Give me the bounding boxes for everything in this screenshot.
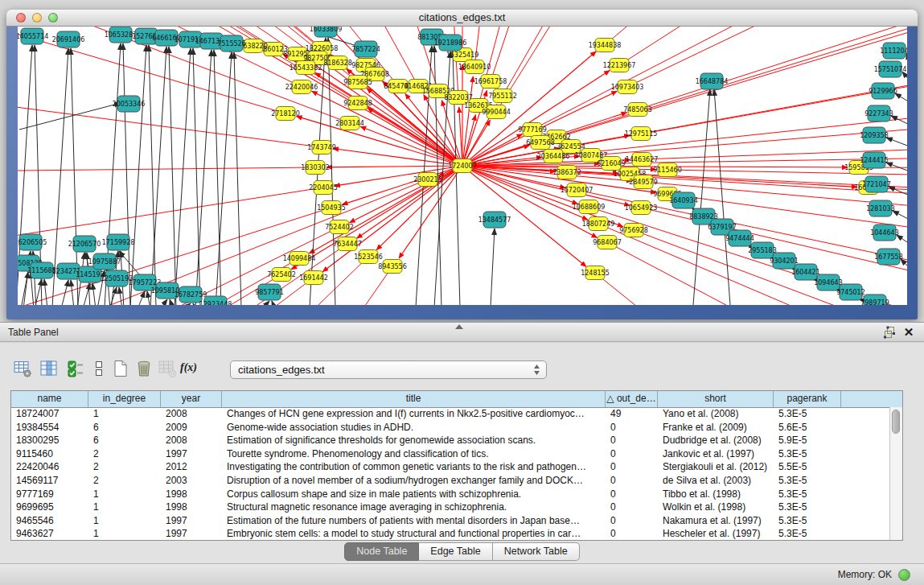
graph-node[interactable]: 9304201 bbox=[770, 253, 799, 269]
tab-edge-table[interactable]: Edge Table bbox=[419, 542, 492, 561]
table-options-button[interactable] bbox=[13, 359, 32, 378]
graph-node[interactable]: 1248155 bbox=[581, 266, 610, 280]
graph-node[interactable]: 7634447 bbox=[333, 237, 362, 251]
graph-node[interactable]: 9115460 bbox=[653, 163, 682, 177]
graph-node[interactable]: 7857224 bbox=[351, 41, 380, 57]
graph-node[interactable]: 16961758 bbox=[474, 75, 507, 89]
graph-node[interactable]: 13484577 bbox=[478, 212, 511, 228]
graph-node[interactable]: 2955183 bbox=[748, 242, 777, 258]
graph-node[interactable]: 1504935 bbox=[317, 201, 346, 215]
column-header-in_degree[interactable]: in_degree bbox=[88, 391, 161, 407]
graph-node[interactable]: 21206570 bbox=[68, 236, 101, 252]
tab-node-table[interactable]: Node Table bbox=[344, 542, 419, 561]
graph-node[interactable]: 1677558 bbox=[874, 249, 903, 265]
column-header-name[interactable]: name bbox=[11, 391, 88, 407]
graph-node[interactable]: 16648784 bbox=[696, 73, 729, 89]
graph-node[interactable]: 10688609 bbox=[573, 200, 606, 214]
row-height-button[interactable] bbox=[89, 359, 109, 378]
graph-node[interactable]: 7955112 bbox=[488, 89, 517, 103]
table-panel-header[interactable]: Table Panel ✕ bbox=[0, 322, 924, 342]
graph-node[interactable]: 15751074 bbox=[874, 61, 907, 77]
graph-node[interactable]: 2204045 bbox=[309, 181, 338, 195]
table-row[interactable]: 1830029562008Estimation of significance … bbox=[11, 434, 890, 447]
graph-node[interactable]: 12975115 bbox=[625, 127, 658, 141]
table-row[interactable]: 911546021997Tourette syndrome. Phenomeno… bbox=[11, 447, 890, 461]
graph-node[interactable]: 14463627 bbox=[626, 153, 659, 167]
graph-node[interactable]: 14099484 bbox=[283, 252, 316, 266]
create-column-button[interactable] bbox=[111, 359, 130, 378]
graph-node[interactable]: 1604421 bbox=[791, 264, 820, 280]
table-row[interactable]: 969969511998Structural magnetic resonanc… bbox=[11, 501, 890, 514]
graph-node[interactable]: 26206505 bbox=[18, 234, 47, 250]
import-table-button[interactable] bbox=[158, 359, 177, 378]
graph-node[interactable]: 7989719 bbox=[860, 295, 889, 305]
scrollbar-thumb[interactable] bbox=[892, 410, 900, 434]
memory-indicator[interactable] bbox=[898, 569, 910, 581]
graph-node[interactable]: 15720407 bbox=[561, 183, 593, 197]
graph-node[interactable]: 1691442 bbox=[299, 271, 328, 285]
table-row[interactable]: 946554611997Estimation of the future num… bbox=[11, 514, 890, 528]
table-row[interactable]: 946362711997Embryonic stem cells: a mode… bbox=[11, 527, 890, 541]
table-selector-dropdown[interactable]: citations_edges.txt bbox=[230, 360, 547, 379]
graph-node[interactable]: 1111204 bbox=[880, 43, 907, 59]
svg-text:1721047: 1721047 bbox=[862, 181, 891, 188]
graph-node[interactable]: 9857791 bbox=[255, 284, 284, 300]
float-panel-button[interactable] bbox=[882, 326, 897, 340]
table-row[interactable]: 1938455462009Genome-wide association stu… bbox=[11, 421, 890, 435]
column-header-title[interactable]: title bbox=[222, 391, 606, 407]
close-panel-button[interactable]: ✕ bbox=[901, 326, 916, 340]
table-cell-short: Stergiakouli et al. (2012) bbox=[658, 460, 774, 474]
delete-column-button[interactable] bbox=[134, 359, 154, 378]
function-builder-button[interactable]: f(x) bbox=[180, 361, 197, 374]
graph-node[interactable]: 1640934 bbox=[669, 192, 698, 208]
graph-node[interactable]: 1044643 bbox=[870, 225, 899, 241]
show-column-button[interactable] bbox=[39, 359, 59, 378]
graph-node[interactable]: 17159928 bbox=[102, 234, 135, 250]
network-canvas[interactable]: 1724007886012389129551822605898275031654… bbox=[18, 27, 907, 305]
select-columns-button[interactable] bbox=[66, 359, 85, 378]
column-header-short[interactable]: short bbox=[658, 391, 774, 407]
svg-text:20053346: 20053346 bbox=[113, 101, 146, 108]
vertical-scrollbar[interactable] bbox=[889, 407, 902, 540]
column-header-pagerank[interactable]: pagerank bbox=[774, 391, 841, 407]
table-tabs: Node TableEdge TableNetwork Table bbox=[0, 542, 924, 561]
graph-node[interactable]: 10654923 bbox=[625, 201, 658, 215]
graph-node[interactable]: 1244415 bbox=[860, 152, 889, 168]
column-header-filler[interactable] bbox=[841, 391, 888, 407]
graph-node[interactable]: 2803144 bbox=[335, 117, 364, 130]
graph-node[interactable]: 8943556 bbox=[378, 260, 407, 274]
graph-node[interactable]: 7485063 bbox=[623, 103, 652, 117]
graph-node[interactable]: 20691406 bbox=[52, 31, 85, 47]
graph-node[interactable]: 1209358 bbox=[860, 127, 889, 143]
table-row[interactable]: 977716911998Corpus callosum shape and si… bbox=[11, 488, 890, 501]
graph-node[interactable]: 9474444 bbox=[725, 230, 754, 246]
graph-node[interactable]: 9129966 bbox=[869, 83, 897, 99]
split-pane-handle[interactable] bbox=[455, 324, 463, 329]
graph-node[interactable]: 9227343 bbox=[864, 105, 893, 122]
graph-node[interactable]: 1523546 bbox=[354, 250, 383, 264]
svg-text:15720407: 15720407 bbox=[561, 187, 593, 194]
column-header-year[interactable]: year bbox=[161, 391, 222, 407]
window-titlebar[interactable]: citations_edges.txt bbox=[6, 10, 918, 27]
graph-node[interactable]: 1743749 bbox=[307, 141, 336, 154]
tab-network-table[interactable]: Network Table bbox=[493, 542, 580, 561]
graph-node[interactable]: 9745012 bbox=[836, 284, 865, 300]
graph-node[interactable]: 12213967 bbox=[603, 59, 636, 72]
graph-node[interactable]: 1721047 bbox=[862, 176, 891, 192]
table-cell-year: 1997 bbox=[161, 447, 222, 461]
table-cell-pagerank: 5.3E-5 bbox=[774, 474, 841, 488]
table-row[interactable]: 1872400712008Changes of HCN gene express… bbox=[11, 407, 890, 421]
graph-node[interactable]: 7515526 bbox=[217, 35, 246, 51]
graph-node[interactable]: 19344838 bbox=[589, 39, 622, 52]
graph-node[interactable]: 18640910 bbox=[458, 60, 491, 74]
graph-node[interactable]: 1281033 bbox=[866, 200, 895, 216]
table-row[interactable]: 1456911722003Disruption of a novel membe… bbox=[11, 474, 890, 488]
graph-node[interactable]: 2718120 bbox=[271, 107, 300, 121]
column-header-out_degree[interactable]: △ out_de… bbox=[606, 391, 658, 407]
graph-node[interactable]: 19218986 bbox=[434, 35, 467, 51]
network-view[interactable]: 1724007886012389129551822605898275031654… bbox=[18, 27, 907, 305]
graph-node[interactable]: 20053346 bbox=[113, 96, 146, 112]
graph-node[interactable]: 1830302 bbox=[301, 161, 330, 175]
table-row[interactable]: 2242004622012Investigating the contribut… bbox=[11, 460, 890, 474]
graph-node[interactable]: 10975887 bbox=[88, 253, 121, 270]
